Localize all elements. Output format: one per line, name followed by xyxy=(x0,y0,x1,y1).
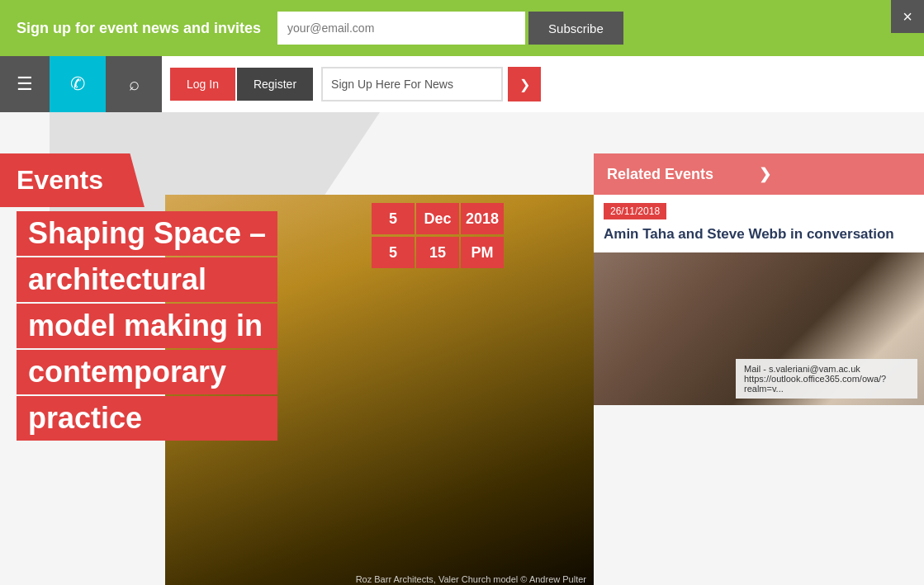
date-row-1: 5 Dec 2018 xyxy=(372,203,505,234)
event-date-badge: 26/11/2018 xyxy=(604,203,666,219)
signup-newsletter-label: Sign Up Here For News xyxy=(331,78,453,91)
related-event-card[interactable]: 26/11/2018 Amin Taha and Steve Webb in c… xyxy=(594,195,924,405)
title-line-2: architectural xyxy=(17,257,277,302)
title-line-4: contemporary xyxy=(17,350,277,394)
email-overlay-line1: Mail - s.valeriani@vam.ac.uk xyxy=(744,364,909,374)
title-line-3: model making in xyxy=(17,304,277,348)
search-button[interactable]: ⌕ xyxy=(106,56,162,112)
login-button[interactable]: Log In xyxy=(170,68,235,101)
event-date-info: 5 Dec 2018 5 15 PM xyxy=(372,203,505,271)
image-caption: Roz Barr Architects, Valer Church model … xyxy=(356,574,586,584)
date-month: Dec xyxy=(416,203,459,234)
related-events-header[interactable]: Related Events ❯ xyxy=(594,153,924,195)
notification-text: Sign up for event news and invites xyxy=(17,20,261,37)
search-icon: ⌕ xyxy=(129,73,140,95)
email-input[interactable] xyxy=(277,12,525,45)
event-card-title: Amin Taha and Steve Webb in conversation xyxy=(594,224,924,252)
date-row-2: 5 15 PM xyxy=(372,237,505,268)
menu-button[interactable]: ☰ xyxy=(0,56,50,112)
header: ☰ ✆ ⌕ Log In Register Sign Up Here For N… xyxy=(0,56,924,112)
date-year: 2018 xyxy=(461,203,504,234)
time-minute: 15 xyxy=(416,237,459,268)
event-title: Shaping Space – architectural model maki… xyxy=(17,211,277,442)
title-line-1: Shaping Space – xyxy=(17,211,277,256)
email-overlay-line2: https://outlook.office365.com/owa/?realm… xyxy=(744,374,909,394)
arrow-right-icon: ❯ xyxy=(519,77,530,92)
title-line-5: practice xyxy=(17,396,277,441)
main-content: Events Shaping Space – architectural mod… xyxy=(0,112,924,585)
register-button[interactable]: Register xyxy=(237,68,313,101)
menu-icon: ☰ xyxy=(17,73,33,95)
phone-button[interactable]: ✆ xyxy=(50,56,106,112)
date-day: 5 xyxy=(372,203,415,234)
right-panel: Related Events ❯ 26/11/2018 Amin Taha an… xyxy=(594,112,924,585)
event-card-image: Mail - s.valeriani@vam.ac.uk https://out… xyxy=(594,252,924,405)
nav-buttons: Log In Register xyxy=(170,68,313,101)
time-ampm: PM xyxy=(461,237,504,268)
email-overlay: Mail - s.valeriani@vam.ac.uk https://out… xyxy=(736,359,917,399)
subscribe-button[interactable]: Subscribe xyxy=(528,12,623,45)
notification-bar: Sign up for event news and invites Subsc… xyxy=(0,0,924,56)
time-hour: 5 xyxy=(372,237,415,268)
chevron-right-icon: ❯ xyxy=(759,165,911,183)
signup-arrow-button[interactable]: ❯ xyxy=(508,67,541,101)
close-notification-button[interactable]: × xyxy=(891,0,924,33)
related-events-label: Related Events xyxy=(607,166,759,183)
phone-icon: ✆ xyxy=(70,73,85,95)
events-label: Events xyxy=(0,153,145,207)
signup-newsletter-area: Sign Up Here For News xyxy=(321,67,503,101)
